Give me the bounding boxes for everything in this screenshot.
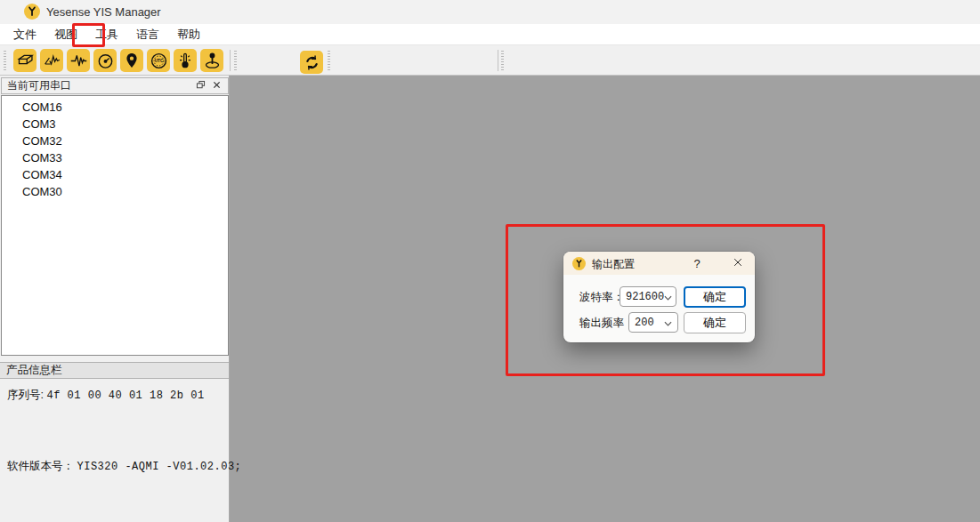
pin-on-ellipse-icon: [203, 52, 222, 70]
serial-port-list: COM16 COM3 COM32 COM33 COM34 COM30: [1, 95, 229, 356]
svg-text:UTC: UTC: [154, 59, 163, 63]
port-list-item[interactable]: COM30: [2, 183, 228, 200]
dialog-rate-label: 输出频率：: [579, 316, 636, 331]
toolbar-separator: [230, 50, 231, 71]
location-pin-icon: [123, 52, 141, 69]
port-list-item[interactable]: COM33: [2, 149, 228, 166]
menu-view[interactable]: 视图: [48, 24, 84, 45]
menu-bar: 文件 视图 工具 语言 帮助: [0, 24, 980, 45]
title-bar: Yesense YIS Manager: [0, 0, 980, 24]
dialog-baud-value: 921600: [626, 291, 664, 303]
chevron-down-icon: [664, 290, 672, 303]
refresh-ports-button[interactable]: [300, 51, 323, 74]
serial-ports-dock: 当前可用串口 COM16 COM3 COM32 COM33 COM34 COM3…: [0, 76, 230, 522]
toolbar-drag-handle[interactable]: [501, 51, 504, 70]
menu-file[interactable]: 文件: [7, 24, 43, 45]
serial-number-line: 序列号: 4f 01 00 40 01 18 2b 01: [7, 388, 205, 403]
content-area: 当前可用串口 COM16 COM3 COM32 COM33 COM34 COM3…: [0, 76, 980, 522]
dialog-rate-confirm-button[interactable]: 确定: [684, 312, 746, 333]
software-version-value: YIS320 -AQMI -V01.02.03;: [77, 461, 241, 473]
float-panel-button[interactable]: [192, 79, 208, 92]
dialog-title-bar: 输出配置 ?: [563, 252, 755, 275]
close-icon: [733, 257, 743, 270]
utc-time-button[interactable]: UTC: [147, 49, 170, 72]
gps-location-button[interactable]: [120, 49, 143, 72]
product-info-title: 产品信息栏: [6, 363, 62, 378]
serial-number-label: 序列号:: [7, 389, 44, 401]
port-list-item[interactable]: COM34: [2, 166, 228, 183]
chevron-down-icon: [664, 316, 672, 329]
close-icon: [212, 79, 222, 92]
position-marker-button[interactable]: [200, 49, 223, 72]
temperature-button[interactable]: [174, 49, 197, 72]
dialog-baud-select[interactable]: 921600: [620, 286, 676, 307]
window-title: Yesense YIS Manager: [46, 5, 161, 19]
dialog-output-rate-select[interactable]: 200: [628, 312, 678, 333]
dialog-app-icon: [572, 257, 586, 270]
thermometer-icon: [176, 52, 194, 69]
close-panel-button[interactable]: [208, 79, 224, 92]
toolbar-separator: [498, 50, 498, 71]
dialog-baud-confirm-button[interactable]: 确定: [684, 286, 746, 308]
product-info-header: 产品信息栏: [0, 362, 229, 379]
port-list-item[interactable]: COM16: [2, 99, 228, 116]
attitude-curve-button[interactable]: [40, 49, 63, 72]
angle-waveform-icon: [43, 52, 61, 70]
float-panel-icon: [195, 79, 207, 93]
dock-header: 当前可用串口: [1, 77, 229, 94]
menu-language[interactable]: 语言: [130, 24, 166, 45]
sensor-curve-button[interactable]: [67, 49, 90, 72]
cube-3d-icon: [16, 52, 35, 70]
toolbar: UTC COM16 波特率： 921600 关闭串口: [0, 45, 980, 76]
dock-title: 当前可用串口: [7, 78, 192, 93]
dialog-help-button[interactable]: ?: [688, 254, 706, 272]
refresh-icon: [304, 54, 320, 71]
software-version-label: 软件版本号：: [7, 460, 74, 472]
dialog-close-button[interactable]: [728, 254, 748, 272]
dialog-output-rate-value: 200: [635, 317, 654, 329]
menu-tools[interactable]: 工具: [89, 24, 125, 45]
serial-number-value: 4f 01 00 40 01 18 2b 01: [46, 389, 204, 402]
output-config-dialog: 输出配置 ? 波特率： 921600 确定 输出频率： 200 确定: [563, 252, 755, 342]
3d-attitude-button[interactable]: [13, 49, 36, 72]
waveform-icon: [69, 52, 88, 70]
toolbar-drag-handle[interactable]: [234, 51, 237, 70]
port-list-item[interactable]: COM3: [2, 116, 228, 133]
dialog-baud-label: 波特率：: [579, 290, 624, 305]
toolbar-drag-handle[interactable]: [328, 51, 330, 70]
gauge-icon: [96, 52, 115, 70]
app-logo-icon: [24, 4, 40, 20]
dialog-title: 输出配置: [592, 257, 635, 272]
utc-clock-icon: UTC: [150, 52, 168, 70]
gauge-button[interactable]: [93, 49, 117, 72]
toolbar-drag-handle[interactable]: [4, 51, 6, 70]
software-version-line: 软件版本号： YIS320 -AQMI -V01.02.03;: [7, 459, 241, 474]
menu-help[interactable]: 帮助: [171, 24, 207, 45]
port-list-item[interactable]: COM32: [2, 133, 228, 149]
